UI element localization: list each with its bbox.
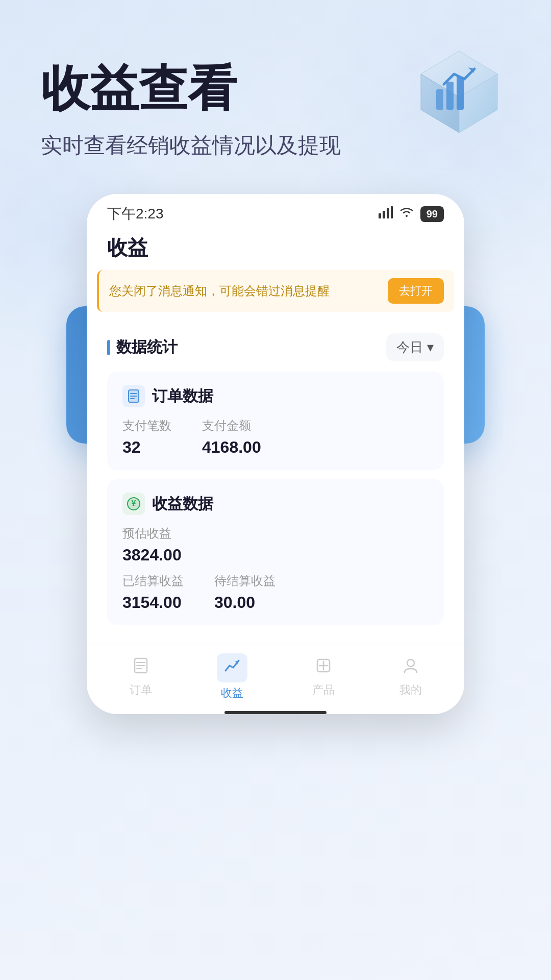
order-data-row: 支付笔数 32 支付金额 4168.00	[122, 418, 429, 457]
mine-icon	[402, 656, 420, 679]
mine-nav-label: 我的	[399, 682, 422, 698]
income-card-title: 收益数据	[152, 494, 213, 514]
date-filter[interactable]: 今日 ▾	[386, 333, 444, 361]
products-nav-label: 产品	[312, 682, 335, 698]
stats-header: 数据统计 今日 ▾	[107, 328, 444, 361]
pending-income-item: 待结算收益 30.00	[214, 573, 276, 612]
estimated-income-label: 预估收益	[122, 525, 429, 542]
estimated-income-value: 3824.00	[122, 546, 429, 565]
order-card-header: 订单数据	[122, 385, 429, 407]
svg-rect-7	[379, 213, 381, 218]
svg-text:¥: ¥	[132, 499, 136, 508]
settled-income-value: 3154.00	[122, 593, 184, 612]
nav-item-mine[interactable]: 我的	[399, 656, 422, 698]
nav-item-products[interactable]: 产品	[312, 656, 335, 698]
income-nav-icon	[217, 653, 247, 682]
order-icon	[122, 385, 145, 407]
signal-icon	[379, 206, 393, 222]
svg-rect-4	[446, 82, 454, 110]
orders-icon	[132, 656, 150, 679]
chevron-down-icon: ▾	[427, 339, 434, 355]
orders-nav-label: 订单	[130, 682, 152, 698]
order-amount-label: 支付金额	[202, 418, 261, 434]
svg-rect-8	[383, 211, 385, 218]
phone-mockup: 下午2:23 99	[87, 194, 464, 714]
order-count-item: 支付笔数 32	[122, 418, 171, 457]
notification-banner: 您关闭了消息通知，可能会错过消息提醒 去打开	[97, 270, 454, 312]
order-count-value: 32	[122, 438, 171, 457]
battery-indicator: 99	[420, 206, 444, 222]
nav-item-orders[interactable]: 订单	[130, 656, 152, 698]
pending-income-label: 待结算收益	[214, 573, 276, 589]
pending-income-value: 30.00	[214, 593, 276, 612]
order-amount-item: 支付金额 4168.00	[202, 418, 261, 457]
estimated-income-row: 预估收益 3824.00	[122, 525, 429, 565]
nav-item-income[interactable]: 收益	[217, 653, 247, 701]
svg-rect-9	[387, 208, 389, 218]
status-bar: 下午2:23 99	[87, 194, 464, 229]
bottom-nav: 订单 收益 产品	[87, 645, 464, 706]
order-card-title: 订单数据	[152, 386, 213, 407]
cube-icon	[408, 41, 510, 143]
stats-section: 数据统计 今日 ▾	[87, 318, 464, 645]
income-data-card: ¥ 收益数据 预估收益 3824.00 已结算收益 3154.00	[107, 479, 444, 625]
order-count-label: 支付笔数	[122, 418, 171, 434]
settled-income-item: 已结算收益 3154.00	[122, 573, 184, 612]
notification-open-button[interactable]: 去打开	[388, 278, 444, 304]
products-icon	[314, 656, 333, 679]
svg-rect-3	[436, 89, 443, 110]
order-data-card: 订单数据 支付笔数 32 支付金额 4168.00	[107, 372, 444, 470]
wifi-icon	[399, 207, 414, 221]
app-title: 收益	[107, 234, 444, 262]
status-icons: 99	[379, 206, 444, 222]
hero-section: 收益查看 实时查看经销收益情况以及提现	[0, 0, 551, 191]
order-amount-value: 4168.00	[202, 438, 261, 457]
home-indicator	[224, 711, 327, 714]
income-icon: ¥	[122, 493, 145, 515]
stats-title: 数据统计	[107, 337, 178, 358]
phone-wrapper: 可提现金额(元) ? 明细 › 68288.00 提现 下午2:23	[87, 194, 464, 714]
title-bar-decoration	[107, 340, 110, 355]
svg-point-27	[407, 659, 414, 667]
settled-income-row: 已结算收益 3154.00 待结算收益 30.00	[122, 573, 429, 612]
income-nav-label: 收益	[221, 685, 243, 701]
app-header: 收益	[87, 229, 464, 270]
svg-rect-10	[391, 206, 393, 218]
notification-text: 您关闭了消息通知，可能会错过消息提醒	[109, 283, 388, 299]
income-card-header: ¥ 收益数据	[122, 493, 429, 515]
svg-rect-5	[457, 77, 464, 110]
status-time: 下午2:23	[107, 204, 164, 224]
settled-income-label: 已结算收益	[122, 573, 184, 589]
